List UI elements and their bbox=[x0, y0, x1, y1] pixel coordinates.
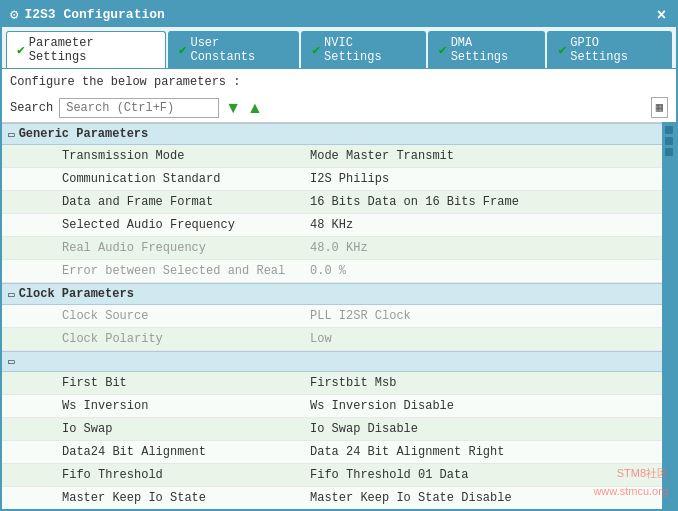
grid-view-icon[interactable]: ▦ bbox=[651, 97, 668, 118]
table-row: Io Swap Io Swap Disable bbox=[2, 418, 662, 441]
side-dot bbox=[665, 148, 673, 156]
param-value: Ws Inversion Disable bbox=[302, 397, 662, 415]
param-name: Clock Source bbox=[2, 307, 302, 325]
section-header-clock: ▭ Clock Parameters bbox=[2, 283, 662, 305]
configure-label: Configure the below parameters : bbox=[2, 69, 676, 93]
table-row: Master Keep Io State Master Keep Io Stat… bbox=[2, 487, 662, 509]
param-name: Ws Inversion bbox=[2, 397, 302, 415]
param-value: Master Keep Io State Disable bbox=[302, 489, 662, 507]
search-next-button[interactable]: ▼ bbox=[225, 100, 241, 116]
param-name: Io Swap bbox=[2, 420, 302, 438]
table-row: Real Audio Frequency 48.0 KHz bbox=[2, 237, 662, 260]
window-title: I2S3 Configuration bbox=[24, 7, 164, 22]
search-input[interactable] bbox=[59, 98, 219, 118]
table-row: Communication Standard I2S Philips bbox=[2, 168, 662, 191]
param-value: Io Swap Disable bbox=[302, 420, 662, 438]
search-label: Search bbox=[10, 101, 53, 115]
main-content: ▭ Generic Parameters Transmission Mode M… bbox=[2, 122, 676, 509]
param-name: Real Audio Frequency bbox=[2, 239, 302, 257]
table-row: Data and Frame Format 16 Bits Data on 16… bbox=[2, 191, 662, 214]
param-value: PLL I2SR Clock bbox=[302, 307, 662, 325]
section-label: Generic Parameters bbox=[19, 127, 149, 141]
window-icon: ⚙ bbox=[10, 6, 18, 23]
close-button[interactable]: × bbox=[655, 7, 668, 23]
param-value: Fifo Threshold 01 Data bbox=[302, 466, 662, 484]
param-value: 16 Bits Data on 16 Bits Frame bbox=[302, 193, 662, 211]
section-header-empty: ▭ bbox=[2, 351, 662, 372]
param-value: 48 KHz bbox=[302, 216, 662, 234]
tab-label: Parameter Settings bbox=[29, 36, 155, 64]
tab-check-icon: ✔ bbox=[558, 42, 566, 58]
table-row: Transmission Mode Mode Master Transmit bbox=[2, 145, 662, 168]
tab-check-icon: ✔ bbox=[439, 42, 447, 58]
table-row: Selected Audio Frequency 48 KHz bbox=[2, 214, 662, 237]
table-row: Data24 Bit Alignment Data 24 Bit Alignme… bbox=[2, 441, 662, 464]
param-value: Mode Master Transmit bbox=[302, 147, 662, 165]
param-value: I2S Philips bbox=[302, 170, 662, 188]
param-name: Transmission Mode bbox=[2, 147, 302, 165]
tab-user-constants[interactable]: ✔ User Constants bbox=[168, 31, 300, 68]
tab-check-icon: ✔ bbox=[179, 42, 187, 58]
tab-label: GPIO Settings bbox=[570, 36, 661, 64]
param-value: Low bbox=[302, 330, 662, 348]
params-table: ▭ Generic Parameters Transmission Mode M… bbox=[2, 122, 662, 509]
param-name: Data24 Bit Alignment bbox=[2, 443, 302, 461]
tab-nvic-settings[interactable]: ✔ NVIC Settings bbox=[301, 31, 426, 68]
tab-check-icon: ✔ bbox=[312, 42, 320, 58]
tab-check-icon: ✔ bbox=[17, 42, 25, 58]
param-name: Communication Standard bbox=[2, 170, 302, 188]
search-bar: Search ▼ ▲ ▦ bbox=[2, 93, 676, 122]
param-value: 0.0 % bbox=[302, 262, 662, 280]
table-row: Clock Polarity Low bbox=[2, 328, 662, 351]
side-accent bbox=[662, 122, 676, 509]
param-name: Master Keep Io State bbox=[2, 489, 302, 507]
title-bar: ⚙ I2S3 Configuration × bbox=[2, 2, 676, 27]
tab-parameter-settings[interactable]: ✔ Parameter Settings bbox=[6, 31, 166, 68]
param-name: Fifo Threshold bbox=[2, 466, 302, 484]
table-row: Error between Selected and Real 0.0 % bbox=[2, 260, 662, 283]
table-row: Clock Source PLL I2SR Clock bbox=[2, 305, 662, 328]
collapse-clock-button[interactable]: ▭ bbox=[8, 288, 15, 301]
tab-label: NVIC Settings bbox=[324, 36, 415, 64]
tab-gpio-settings[interactable]: ✔ GPIO Settings bbox=[547, 31, 672, 68]
tab-label: User Constants bbox=[190, 36, 288, 64]
table-row: First Bit Firstbit Msb bbox=[2, 372, 662, 395]
table-row: Ws Inversion Ws Inversion Disable bbox=[2, 395, 662, 418]
param-name: Selected Audio Frequency bbox=[2, 216, 302, 234]
side-dot bbox=[665, 126, 673, 134]
tabs-bar: ✔ Parameter Settings ✔ User Constants ✔ … bbox=[2, 27, 676, 69]
search-prev-button[interactable]: ▲ bbox=[247, 100, 263, 116]
section-label: Clock Parameters bbox=[19, 287, 134, 301]
param-value: Firstbit Msb bbox=[302, 374, 662, 392]
param-name: Clock Polarity bbox=[2, 330, 302, 348]
section-header-generic: ▭ Generic Parameters bbox=[2, 123, 662, 145]
table-row: Fifo Threshold Fifo Threshold 01 Data bbox=[2, 464, 662, 487]
content-area: Configure the below parameters : Search … bbox=[2, 69, 676, 509]
param-value: Data 24 Bit Alignment Right bbox=[302, 443, 662, 461]
tab-dma-settings[interactable]: ✔ DMA Settings bbox=[428, 31, 546, 68]
param-value: 48.0 KHz bbox=[302, 239, 662, 257]
collapse-generic-button[interactable]: ▭ bbox=[8, 128, 15, 141]
side-dot bbox=[665, 137, 673, 145]
collapse-empty-button[interactable]: ▭ bbox=[8, 355, 15, 368]
tab-label: DMA Settings bbox=[451, 36, 535, 64]
param-name: First Bit bbox=[2, 374, 302, 392]
param-name: Error between Selected and Real bbox=[2, 262, 302, 280]
param-name: Data and Frame Format bbox=[2, 193, 302, 211]
